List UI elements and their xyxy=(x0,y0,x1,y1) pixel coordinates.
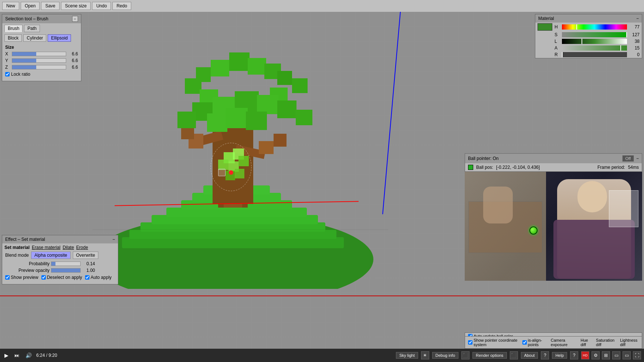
effect-tab-erase[interactable]: Erase material xyxy=(32,245,60,250)
saturation-diff-label[interactable]: Saturation diff xyxy=(596,338,616,347)
show-preview-item: Show preview xyxy=(5,275,38,280)
show-pointer-label: Show pointer coordinate system xyxy=(474,338,518,347)
render-icon[interactable]: ⬛ xyxy=(510,351,518,359)
x-slider-row: X 6.6 xyxy=(2,51,81,57)
volume-button[interactable]: 🔊 xyxy=(24,352,33,359)
l-label: L xyxy=(555,39,560,44)
ball-panel-close[interactable]: − xyxy=(636,156,639,161)
lightness-diff-label[interactable]: Lightness diff xyxy=(620,338,639,347)
mode-cylinder[interactable]: Cylinder xyxy=(23,34,46,42)
effect-tab-dilate[interactable]: Dilate xyxy=(62,245,74,250)
camera-exposure-label[interactable]: Camera exposure xyxy=(551,338,576,347)
save-button[interactable]: Save xyxy=(41,2,59,10)
mode-block[interactable]: Block xyxy=(4,34,22,42)
picture-icon[interactable]: ▭ xyxy=(623,351,631,359)
redo-button[interactable]: Redo xyxy=(112,2,131,10)
ball-info-row: Ball pos: [-0.222, -0.104, 0.436] Frame … xyxy=(465,163,642,171)
blend-mode-label: Blend mode xyxy=(5,253,29,258)
camera-info-bar: Show pointer coordinate system is-align-… xyxy=(465,336,642,349)
help-button[interactable]: Help xyxy=(552,352,567,359)
deselect-item: Deselect on apply xyxy=(41,275,82,280)
about-icon[interactable]: ? xyxy=(541,351,549,359)
material-panel: Material − H 77 S 127 L 38 A 15 xyxy=(535,14,642,58)
step-button[interactable]: ⏭ xyxy=(13,352,21,359)
sat-slider[interactable] xyxy=(562,32,627,37)
render-options-button[interactable]: Render options xyxy=(472,352,507,359)
show-pointer-checkbox[interactable] xyxy=(468,340,472,345)
ball-pos-value: [-0.222, -0.104, 0.436] xyxy=(496,165,540,170)
blend-alpha[interactable]: Alpha composite xyxy=(31,252,71,259)
auto-apply-item: Auto apply xyxy=(85,275,112,280)
y-slider-row: Y 6.6 xyxy=(2,57,81,64)
monitor-icon[interactable]: ▭ xyxy=(612,351,620,359)
lock-ratio-checkbox[interactable] xyxy=(5,72,10,76)
y-slider[interactable] xyxy=(12,58,66,63)
material-panel-title: Material xyxy=(538,16,554,21)
debug-icon[interactable]: ⬛ xyxy=(461,351,470,359)
scene-size-button[interactable]: Scene size xyxy=(61,2,91,10)
blend-mode-row: Blend mode Alpha composite Overwrite xyxy=(2,250,118,260)
align-points-checkbox[interactable] xyxy=(522,340,527,345)
tab-brush[interactable]: Brush xyxy=(4,25,23,32)
hd-badge: HD xyxy=(581,351,589,359)
about-button[interactable]: About xyxy=(521,352,538,359)
r-slider[interactable] xyxy=(562,52,627,57)
show-preview-checkbox[interactable] xyxy=(5,275,10,280)
undo-button[interactable]: Undo xyxy=(92,2,111,10)
ball-off-button[interactable]: Off xyxy=(622,155,634,162)
blend-overwrite[interactable]: Overwrite xyxy=(73,252,98,259)
effect-tab-erode[interactable]: Erode xyxy=(76,245,88,250)
material-panel-header: Material − xyxy=(535,14,642,23)
layout-icon[interactable]: ⊞ xyxy=(602,351,610,359)
r-value: 0 xyxy=(629,52,640,57)
hue-slider[interactable] xyxy=(562,24,627,30)
probability-row: Probability 0.14 xyxy=(2,260,118,267)
selection-panel-close[interactable]: − xyxy=(72,16,78,22)
mode-ellipsoid[interactable]: Ellipsoid xyxy=(48,34,71,42)
selection-panel: Selection tool – Brush − Brush Path Bloc… xyxy=(2,14,81,81)
effect-tabs: Set material Erase material Dilate Erode xyxy=(2,243,118,250)
color-swatch[interactable] xyxy=(538,23,552,31)
ball-panel: Ball pointer: On Off − Ball pos: [-0.222… xyxy=(465,153,642,172)
sky-light-icon[interactable]: ☀ xyxy=(421,351,429,359)
lock-ratio-label: Lock ratio xyxy=(11,72,30,77)
material-panel-close[interactable]: − xyxy=(636,16,639,21)
probability-slider[interactable] xyxy=(51,262,81,266)
help-icon[interactable]: ? xyxy=(570,351,578,359)
selection-tabs: Brush Path xyxy=(2,23,81,32)
fullscreen-icon[interactable]: ⛶ xyxy=(633,351,641,359)
effect-tab-set[interactable]: Set material xyxy=(4,245,30,250)
deselect-label: Deselect on apply xyxy=(47,275,82,280)
tab-path[interactable]: Path xyxy=(24,25,40,32)
effect-panel-close[interactable]: − xyxy=(112,237,115,242)
alpha-slider[interactable] xyxy=(562,45,627,51)
settings-icon[interactable]: ⚙ xyxy=(592,351,600,359)
deselect-checkbox[interactable] xyxy=(41,275,46,280)
play-button[interactable]: ▶ xyxy=(3,352,10,359)
sky-light-button[interactable]: Sky light xyxy=(396,352,418,359)
r-label: R xyxy=(555,52,560,57)
align-points-item: is-align-points xyxy=(522,338,546,347)
h-value: 77 xyxy=(629,24,640,30)
ball-panel-title: Ball pointer: On xyxy=(468,156,499,161)
video-feed xyxy=(465,172,642,281)
size-label: Size xyxy=(2,43,81,51)
probability-label: Probability xyxy=(5,261,50,266)
hue-diff-label[interactable]: Hue diff xyxy=(580,338,592,347)
y-label: Y xyxy=(5,58,10,63)
x-label: X xyxy=(5,51,10,57)
open-button[interactable]: Open xyxy=(21,2,40,10)
debug-info-button[interactable]: Debug info xyxy=(432,352,458,359)
preview-opacity-slider[interactable] xyxy=(51,268,81,273)
lum-slider[interactable] xyxy=(562,39,627,44)
effect-panel: Effect – Set material − Set material Era… xyxy=(2,235,118,284)
effect-panel-header: Effect – Set material − xyxy=(2,235,118,243)
show-pointer-item: Show pointer coordinate system xyxy=(468,338,518,347)
auto-apply-checkbox[interactable] xyxy=(85,275,89,280)
z-slider[interactable] xyxy=(12,65,66,69)
x-slider[interactable] xyxy=(12,52,66,56)
alpha-row: A 15 xyxy=(535,45,642,51)
a-label: A xyxy=(555,45,560,51)
new-button[interactable]: New xyxy=(2,2,19,10)
effect-panel-title: Effect – Set material xyxy=(5,237,45,242)
